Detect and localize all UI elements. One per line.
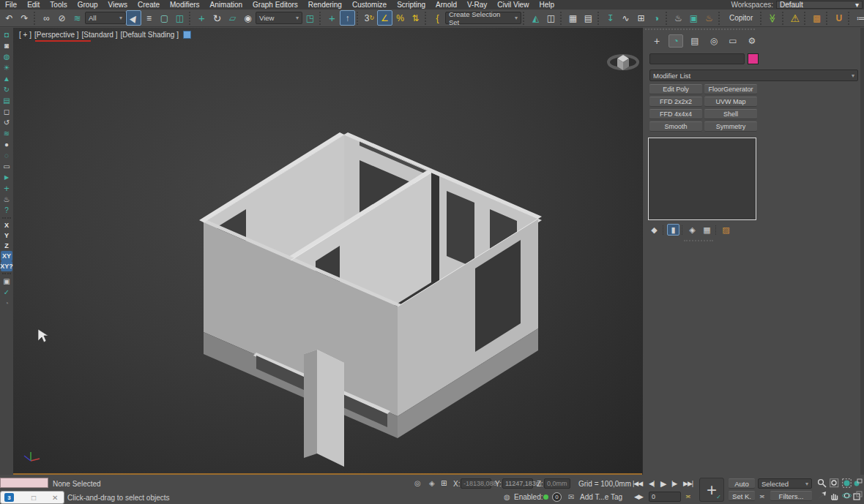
modifier-button-floorgenerator[interactable]: FloorGenerator (704, 84, 757, 94)
tab-display[interactable]: ▭ (726, 34, 740, 48)
axis-xy-alt-button[interactable]: XY? (1, 261, 12, 271)
menu-tools[interactable]: Tools (45, 1, 72, 9)
align-button[interactable]: ◫ (543, 10, 559, 26)
help-icon-button[interactable]: ? (1, 205, 12, 216)
tab-hierarchy[interactable]: ▤ (688, 34, 702, 48)
go-to-start-button[interactable]: |◀◀ (633, 480, 642, 487)
edit-named-selection-sets-button[interactable]: { (430, 10, 445, 26)
bind-to-space-warp-button[interactable]: ≋ (70, 10, 85, 26)
axis-xy-button[interactable]: XY (1, 251, 12, 261)
viewport-menu-pov[interactable]: [Perspective ] (34, 31, 79, 39)
viewport-menu-shading[interactable]: [Default Shading ] (120, 31, 179, 39)
bulb-figure-icon-button[interactable]: ◌ (1, 150, 12, 161)
render-production-button[interactable]: ♨ (701, 10, 717, 26)
enabled-count-badge[interactable]: 0 (552, 492, 562, 502)
y-coord-field[interactable]: 11247,183m (502, 478, 533, 489)
select-and-link-button[interactable]: ∞ (39, 10, 54, 26)
viewport-canvas[interactable] (13, 28, 643, 475)
snaps-toggle-3d-button[interactable]: 3↻ (362, 10, 377, 26)
copitor-button[interactable]: Copitor (723, 12, 759, 25)
monitor-play-icon-button[interactable]: ▶ (1, 172, 12, 183)
menu-rendering[interactable]: Rendering (303, 1, 347, 9)
unlink-selection-button[interactable]: ⊘ (54, 10, 70, 26)
curve-editor-button[interactable]: ∿ (618, 10, 633, 26)
menu-help[interactable]: Help (534, 1, 559, 9)
go-to-end-button[interactable]: ▶▶| (683, 480, 693, 487)
named-selection-set-field[interactable]: Create Selection Set ▾ (445, 12, 521, 24)
menu-group[interactable]: Group (72, 1, 103, 9)
selection-lock-toggle[interactable]: ◈ (429, 479, 435, 487)
menu-edit[interactable]: Edit (22, 1, 45, 9)
monitor-icon-button[interactable]: ▭ (1, 161, 12, 172)
menu-modifiers[interactable]: Modifiers (165, 1, 205, 9)
teapot-icon-button[interactable]: ♨ (1, 194, 12, 205)
render-setup-button[interactable]: ♨ (671, 10, 686, 26)
viewport-menu-plus[interactable]: [ + ] (19, 31, 31, 39)
plugin-frame-button[interactable]: ▩ (809, 10, 824, 26)
grid-plus-icon-button[interactable]: + (1, 183, 12, 194)
redo-button[interactable]: ↷ (17, 10, 32, 26)
tab-utilities[interactable]: ⚙ (745, 34, 759, 48)
perspective-viewport[interactable]: [ + ] [Perspective ] [Standard ] [Defaul… (13, 28, 643, 475)
view-cube[interactable] (608, 55, 638, 70)
set-key-button[interactable]: Set K. (729, 491, 755, 501)
make-unique-button[interactable]: ◈ (686, 224, 699, 236)
window-crossing-toggle[interactable]: ◫ (172, 10, 187, 26)
menu-graph-editors[interactable]: Graph Editors (247, 1, 303, 9)
key-mode-toggle[interactable]: ◀▶ (634, 493, 643, 500)
mirror-button[interactable]: ◭ (528, 10, 543, 26)
spinner-snap-toggle[interactable]: ⇅ (408, 10, 423, 26)
menu-civil-view[interactable]: Civil View (492, 1, 534, 9)
schematic-view-button[interactable]: ⊞ (633, 10, 649, 26)
clock-icon-button[interactable]: ◔ (1, 298, 12, 309)
modifier-list-dropdown[interactable]: Modifier List ▾ (649, 69, 858, 81)
sphere-icon-button[interactable]: ● (1, 139, 12, 150)
previous-frame-button[interactable]: ◀| (649, 480, 654, 487)
modifier-button-symmetry[interactable]: Symmetry (704, 121, 757, 132)
rendered-frame-window-button[interactable]: ▣ (686, 10, 701, 26)
modifier-button-shell[interactable]: Shell (704, 109, 757, 119)
workspaces-dropdown[interactable]: Default ▾ (776, 1, 863, 9)
modifier-button-ffd2x2x2[interactable]: FFD 2x2x2 (649, 97, 702, 107)
circular-arrow-icon-button[interactable]: ↺ (1, 117, 12, 128)
menu-customize[interactable]: Customize (347, 1, 392, 9)
object-name-field[interactable] (649, 53, 745, 64)
track-bar[interactable] (13, 473, 642, 475)
modifier-button-edit-poly[interactable]: Edit Poly (649, 84, 702, 94)
list-page-icon-button[interactable]: ▤ (1, 95, 12, 106)
select-and-rotate-button[interactable]: ↻ (209, 10, 225, 26)
select-and-place-button[interactable]: ◉ (240, 10, 256, 26)
tree-icon-button[interactable]: ▲ (1, 73, 12, 84)
isolate-selection-toggle[interactable]: ◎ (414, 479, 421, 487)
axis-x-button[interactable]: X (1, 220, 12, 230)
zoom-extents-all-button[interactable] (852, 478, 863, 489)
angle-snap-toggle[interactable]: ∠ (377, 10, 392, 26)
reference-coordinate-system-dropdown[interactable]: View ▾ (256, 12, 302, 24)
remove-modifier-button[interactable]: ▦ (701, 224, 713, 236)
auto-key-button[interactable]: Auto (729, 478, 755, 489)
layers-icon-button[interactable]: ≋ (1, 128, 12, 139)
selection-set-dropdown[interactable]: Selected ▾ (758, 478, 812, 489)
menu-views[interactable]: Views (103, 1, 133, 9)
toggle-scene-explorer-button[interactable]: ▦ (565, 10, 581, 26)
select-and-move-button[interactable]: + (194, 10, 209, 26)
vray-chevrons-button[interactable]: ≫ (765, 10, 781, 26)
menu-file[interactable]: File (0, 1, 22, 9)
character-page-icon-button[interactable]: ◻ (1, 106, 12, 117)
modifier-button-ffd4x4x4[interactable]: FFD 4x4x4 (649, 109, 702, 119)
menu-create[interactable]: Create (133, 1, 165, 9)
field-of-view-button[interactable] (816, 490, 827, 501)
tab-create[interactable]: + (649, 34, 664, 48)
menu-scripting[interactable]: Scripting (392, 1, 431, 9)
show-end-result-button[interactable]: ▮ (667, 224, 679, 236)
undo-button[interactable]: ↶ (1, 10, 17, 26)
z-coord-field[interactable]: 0,0mm (544, 478, 570, 489)
filters-button[interactable]: Filters... (770, 491, 812, 501)
next-frame-button[interactable]: |▶ (671, 480, 677, 487)
modifier-stack-list[interactable] (648, 138, 756, 220)
axis-y-button[interactable]: Y (1, 230, 12, 241)
axis-z-button[interactable]: Z (1, 241, 12, 251)
object-color-swatch[interactable] (748, 53, 759, 64)
material-editor-button[interactable]: ◑ (649, 10, 664, 26)
toggle-ribbon-button[interactable]: ↧ (603, 10, 618, 26)
